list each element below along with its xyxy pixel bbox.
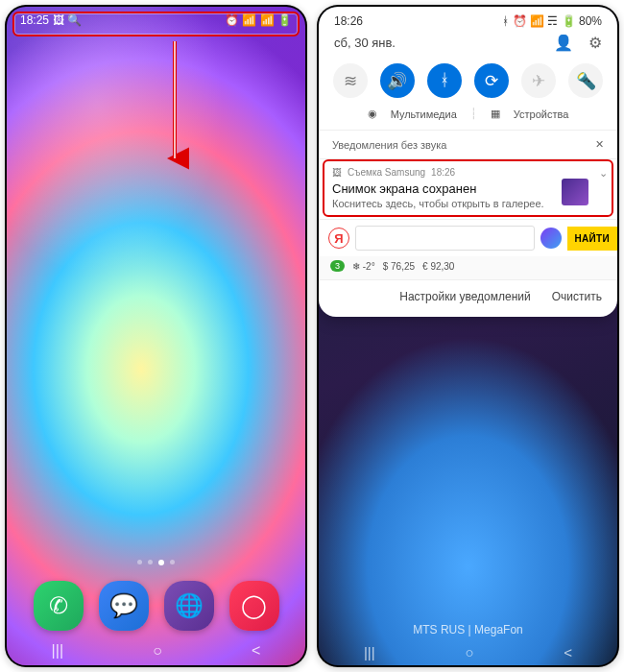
close-icon[interactable]: ✕ xyxy=(595,138,604,151)
yandex-search-input[interactable] xyxy=(355,226,535,251)
nav-recents[interactable]: ||| xyxy=(52,642,63,660)
annotation-arrow-down xyxy=(160,41,189,176)
shade-status-bar: 18:26 ᚼ ⏰ 📶 ☴ 🔋 80% xyxy=(319,7,617,32)
toggle-wifi[interactable]: ≋ xyxy=(333,63,368,98)
phone-left-home: 18:25 🖼 🔍 ⏰ 📶 📶 🔋 ✆ 💬 xyxy=(5,5,307,667)
media-label[interactable]: Мультимедиа xyxy=(391,108,457,120)
gear-icon[interactable]: ⚙ xyxy=(588,34,602,52)
chevron-down-icon[interactable]: ⌄ xyxy=(599,167,608,180)
weather-badge: 3 xyxy=(330,260,345,272)
media-icon: ◉ xyxy=(368,108,377,120)
notif-thumbnail[interactable] xyxy=(562,179,588,205)
toggle-flashlight[interactable]: 🔦 xyxy=(568,63,603,98)
notif-time: 18:26 xyxy=(431,167,455,178)
dock-browser-icon[interactable]: 🌐 xyxy=(164,581,214,631)
dock-camera-icon[interactable]: ◯ xyxy=(229,581,279,631)
notif-settings-button[interactable]: Настройки уведомлений xyxy=(399,290,530,303)
notification-shade[interactable]: 18:26 ᚼ ⏰ 📶 ☴ 🔋 80% сб, 30 янв. 👤 ⚙ ≋ 🔊 … xyxy=(319,7,617,317)
phone-right-shade: 18:26 ᚼ ⏰ 📶 ☴ 🔋 80% сб, 30 янв. 👤 ⚙ ≋ 🔊 … xyxy=(317,5,619,667)
user-icon[interactable]: 👤 xyxy=(554,34,573,52)
nav-back[interactable]: < xyxy=(252,642,260,660)
toggle-sound[interactable]: 🔊 xyxy=(380,63,415,98)
shade-time: 18:26 xyxy=(334,14,363,28)
yandex-info-row[interactable]: 3 ❄ -2° $ 76,25 € 92,30 xyxy=(319,256,617,279)
rate-usd: $ 76,25 xyxy=(383,261,415,272)
silent-header: Уведомления без звука ✕ xyxy=(319,130,617,158)
wallpaper: 18:25 🖼 🔍 ⏰ 📶 📶 🔋 ✆ 💬 xyxy=(7,7,305,665)
dock-phone-icon[interactable]: ✆ xyxy=(34,581,84,631)
dock-messages-icon[interactable]: 💬 xyxy=(99,581,149,631)
quick-toggles: ≋ 🔊 ᚼ ⟳ ✈ 🔦 xyxy=(319,60,617,106)
shade-status-icons: ᚼ ⏰ 📶 ☴ 🔋 xyxy=(502,14,575,28)
toggle-bluetooth[interactable]: ᚼ xyxy=(427,63,462,98)
wallpaper-blurred: 18:26 ᚼ ⏰ 📶 ☴ 🔋 80% сб, 30 янв. 👤 ⚙ ≋ 🔊 … xyxy=(319,7,617,665)
nav-bar: ||| ○ < xyxy=(319,638,617,665)
status-bar[interactable]: 18:25 🖼 🔍 ⏰ 📶 📶 🔋 xyxy=(7,7,305,34)
yandex-widget[interactable]: Я НАЙТИ xyxy=(319,219,617,256)
nav-home[interactable]: ○ xyxy=(465,644,473,660)
media-devices-row: ◉ Мультимедиа ┆ ▦ Устройства xyxy=(319,106,617,130)
carrier-label: MTS RUS | MegaFon xyxy=(319,623,617,636)
nav-recents[interactable]: ||| xyxy=(364,644,375,660)
silent-label: Уведомления без звука xyxy=(332,139,446,151)
status-time: 18:25 xyxy=(20,13,49,27)
devices-label[interactable]: Устройства xyxy=(514,108,569,120)
shade-footer: Настройки уведомлений Очистить xyxy=(319,279,617,317)
rate-eur: € 92,30 xyxy=(422,261,454,272)
status-icons-right: ⏰ 📶 📶 🔋 xyxy=(225,13,292,27)
shade-date: сб, 30 янв. xyxy=(334,36,396,50)
nav-home[interactable]: ○ xyxy=(153,642,162,660)
alice-icon[interactable] xyxy=(540,228,562,249)
status-icons-left: 🖼 🔍 xyxy=(53,13,82,27)
toggle-airplane[interactable]: ✈ xyxy=(521,63,556,98)
toggle-rotate[interactable]: ⟳ xyxy=(474,63,509,98)
image-icon: 🖼 xyxy=(332,167,342,178)
page-indicator xyxy=(7,560,305,565)
devices-icon: ▦ xyxy=(491,108,500,120)
weather-temp: ❄ -2° xyxy=(352,261,375,272)
notification-screenshot[interactable]: 🖼 Съемка Samsung 18:26 Снимок экрана сох… xyxy=(319,158,617,219)
notif-app: Съемка Samsung xyxy=(348,167,425,178)
dock: ✆ 💬 🌐 ◯ xyxy=(7,581,305,631)
clear-button[interactable]: Очистить xyxy=(552,290,602,303)
nav-back[interactable]: < xyxy=(564,644,572,660)
yandex-logo-icon[interactable]: Я xyxy=(328,228,349,249)
yandex-find-button[interactable]: НАЙТИ xyxy=(567,227,617,251)
nav-bar: ||| ○ < xyxy=(7,636,305,665)
shade-battery: 80% xyxy=(579,14,602,28)
